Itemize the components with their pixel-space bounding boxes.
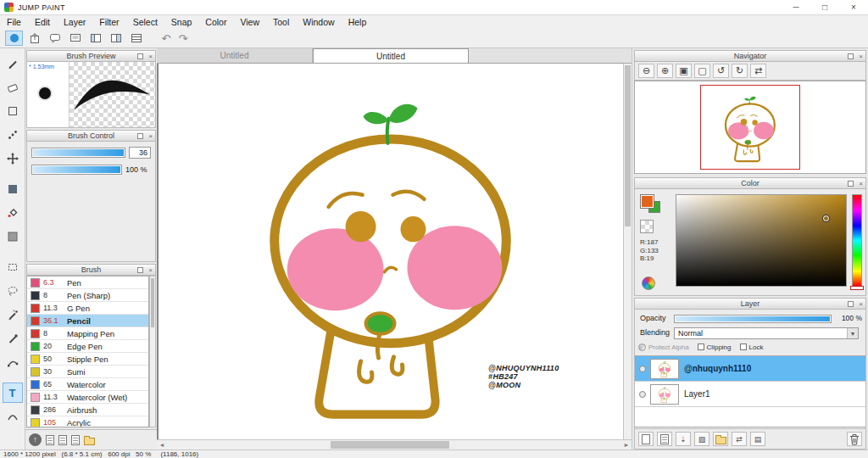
eraser-tool[interactable] <box>3 77 23 98</box>
brush-item[interactable]: 11.3G Pen <box>27 302 148 315</box>
brush-control-close-icon[interactable]: × <box>148 131 153 141</box>
brush-list-scrollbar[interactable] <box>149 276 156 427</box>
zoom-out-button[interactable]: ⊖ <box>638 64 654 78</box>
lasso-tool[interactable] <box>3 281 23 301</box>
pen-tool[interactable] <box>3 328 23 349</box>
brush-mode-button[interactable] <box>5 31 23 46</box>
fit-view-button[interactable]: ▣ <box>676 64 692 78</box>
canvas-vertical-scrollbar[interactable] <box>623 64 632 439</box>
blending-select[interactable]: Normal▾ <box>674 327 859 339</box>
brush-opacity-slider[interactable] <box>31 165 122 175</box>
curve-tool[interactable] <box>3 406 23 427</box>
brush-item[interactable]: 65Watercolor <box>27 378 148 391</box>
delete-layer-button[interactable] <box>847 432 862 446</box>
undo-button[interactable]: ↶ <box>158 32 175 45</box>
combine-layer-button[interactable]: ▤ <box>750 432 765 446</box>
tab-untitled-1[interactable]: Untitled <box>157 48 313 63</box>
gradient-tool[interactable] <box>3 226 23 247</box>
color-popout-icon[interactable] <box>848 181 854 187</box>
menu-layer[interactable]: Layer <box>57 15 92 29</box>
scroll-left-icon[interactable]: ◄ <box>157 442 167 448</box>
layer-visibility-toggle[interactable] <box>635 366 650 372</box>
duplicate-layer-button[interactable] <box>657 432 672 446</box>
new-brush-button[interactable] <box>46 435 54 445</box>
magic-wand-tool[interactable] <box>3 304 23 325</box>
brush-item[interactable]: 20Edge Pen <box>27 340 148 353</box>
navigator-view-rect[interactable] <box>700 85 800 170</box>
menu-help[interactable]: Help <box>342 15 374 29</box>
brush-item-selected[interactable]: 36.1Pencil <box>27 315 148 327</box>
panel-layout-button-3[interactable] <box>127 31 145 46</box>
brush-tool[interactable] <box>3 53 23 74</box>
palette-icon[interactable] <box>642 276 655 290</box>
transfer-layer-button[interactable]: ⇄ <box>732 432 747 446</box>
protect-alpha-checkbox[interactable]: Protect Alpha <box>638 344 689 351</box>
layer-visibility-toggle[interactable] <box>635 391 650 398</box>
transparent-color-swatch[interactable] <box>640 220 654 233</box>
navigator-popout-icon[interactable] <box>848 53 854 59</box>
control-point-tool[interactable] <box>3 352 23 372</box>
menu-tool[interactable]: Tool <box>266 15 296 29</box>
chevron-down-icon[interactable]: ▾ <box>847 328 858 338</box>
rotate-right-button[interactable]: ↻ <box>732 64 748 78</box>
rotate-left-button[interactable]: ↺ <box>713 64 729 78</box>
brush-panel-popout-icon[interactable] <box>137 267 143 273</box>
export-button[interactable] <box>25 31 43 46</box>
brush-size-value[interactable]: 36 <box>129 147 151 159</box>
merge-down-button[interactable]: ⇣ <box>676 432 691 446</box>
brush-item[interactable]: 6.3Pen <box>27 276 148 289</box>
canvas-horizontal-scrollbar[interactable]: ◄ ► <box>157 439 632 450</box>
actual-size-button[interactable]: ▢ <box>694 64 710 78</box>
menu-select[interactable]: Select <box>126 15 164 29</box>
layer-close-icon[interactable]: × <box>859 299 863 309</box>
menu-file[interactable]: File <box>0 15 28 29</box>
comment-button[interactable] <box>46 31 64 46</box>
edit-brush-button[interactable] <box>58 435 67 445</box>
layer-opacity-slider[interactable] <box>674 315 832 323</box>
lock-checkbox[interactable]: Lock <box>740 344 764 351</box>
pattern-layer-button[interactable]: ▨ <box>694 432 709 446</box>
color-picker-cursor[interactable] <box>823 215 829 221</box>
zoom-in-button[interactable]: ⊕ <box>657 64 673 78</box>
layer-popout-icon[interactable] <box>848 301 854 307</box>
tab-untitled-2[interactable]: Untitled <box>313 48 469 63</box>
brush-item[interactable]: 105Acrylic <box>27 416 148 427</box>
hscroll-thumb[interactable] <box>331 441 449 449</box>
brush-control-popout-icon[interactable] <box>137 133 143 139</box>
clipping-checkbox[interactable]: Clipping <box>698 344 732 351</box>
menu-filter[interactable]: Filter <box>92 15 125 29</box>
move-tool[interactable] <box>3 148 23 169</box>
menu-edit[interactable]: Edit <box>28 15 57 29</box>
brush-item[interactable]: 8Pen (Sharp) <box>27 289 148 302</box>
selection-tool[interactable] <box>3 179 23 199</box>
flip-view-button[interactable]: ⇄ <box>750 64 766 78</box>
menu-window[interactable]: Window <box>296 15 341 29</box>
brush-preview-close-icon[interactable]: × <box>148 52 153 61</box>
color-close-icon[interactable]: × <box>859 179 863 188</box>
layer-row-selected[interactable]: @nhuquynh1110 <box>635 356 865 382</box>
canvas-page[interactable]: @NHUQUYNH1110 #HB247 @MOON <box>159 64 623 439</box>
panel-layout-button-1[interactable] <box>86 31 104 46</box>
panel-layout-button-2[interactable] <box>107 31 125 46</box>
dot-tool[interactable] <box>3 125 23 145</box>
redo-button[interactable]: ↷ <box>175 32 192 45</box>
marquee-select-tool[interactable] <box>3 257 23 277</box>
navigator-close-icon[interactable]: × <box>859 52 863 61</box>
text-tool[interactable]: T <box>3 383 23 403</box>
brush-preview-popout-icon[interactable] <box>137 53 143 59</box>
scroll-right-icon[interactable]: ► <box>621 442 632 448</box>
new-layer-button[interactable] <box>638 432 654 446</box>
brush-item[interactable]: 286Airbrush <box>27 404 148 416</box>
note-button[interactable] <box>66 31 84 46</box>
hue-bar[interactable] <box>852 194 862 287</box>
menu-color[interactable]: Color <box>198 15 233 29</box>
close-button[interactable]: × <box>839 0 868 15</box>
maximize-button[interactable]: □ <box>810 0 839 15</box>
brush-item[interactable]: 50Stipple Pen <box>27 353 148 366</box>
brush-item[interactable]: 8Mapping Pen <box>27 327 148 340</box>
hue-marker[interactable] <box>850 286 864 290</box>
brush-item[interactable]: 11.3Watercolor (Wet) <box>27 391 148 404</box>
fill-tool[interactable] <box>3 203 23 223</box>
menu-snap[interactable]: Snap <box>164 15 199 29</box>
layer-folder-button[interactable] <box>713 432 728 446</box>
